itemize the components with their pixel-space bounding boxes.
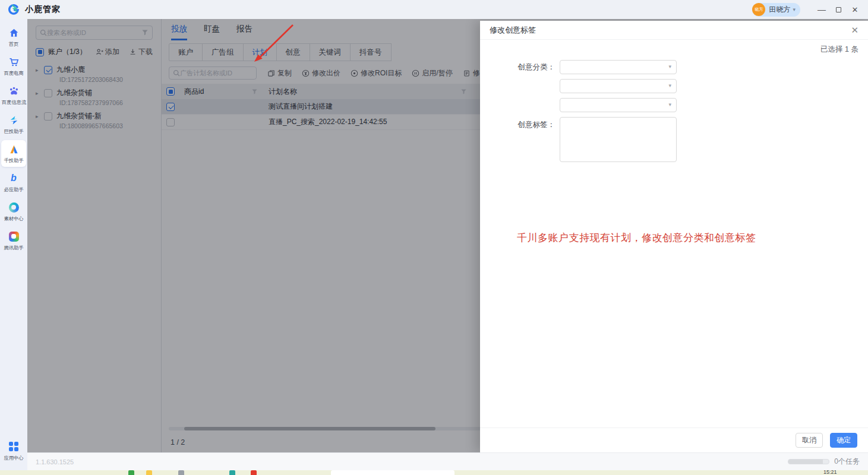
titlebar: 小鹿管家 晓方 田晓方 ▾ — ✕ xyxy=(0,0,868,19)
user-name: 田晓方 xyxy=(769,5,790,15)
drawer-footer: 取消 确定 xyxy=(480,428,868,452)
user-menu[interactable]: 晓方 田晓方 ▾ xyxy=(752,3,800,17)
creative-tag-label: 创意标签： xyxy=(490,117,560,130)
flame-icon xyxy=(8,143,20,155)
taskbar-icon[interactable] xyxy=(128,470,134,475)
creative-category-select-3[interactable]: ▾ xyxy=(560,98,677,112)
chevron-down-icon: ▾ xyxy=(793,7,796,12)
creative-category-label: 创意分类： xyxy=(490,62,560,72)
bing-icon: b xyxy=(8,172,20,184)
close-icon[interactable]: ✕ xyxy=(851,25,858,36)
taskbar-clock: 15:21 xyxy=(823,470,837,475)
task-count-label: 0个任务 xyxy=(834,457,860,467)
material-center-icon xyxy=(8,201,20,213)
sidebar-item-app-center[interactable]: 应用中心 xyxy=(1,438,26,464)
chevron-down-icon: ▾ xyxy=(668,83,671,88)
sidebar-item-bing-assistant[interactable]: b 必应助手 xyxy=(1,169,26,196)
maximize-button[interactable] xyxy=(830,2,847,17)
task-progress-bar xyxy=(788,459,829,464)
app-grid-icon xyxy=(8,441,20,452)
app-title: 小鹿管家 xyxy=(25,4,61,15)
drawer-header: 修改创意标签 ✕ xyxy=(480,21,868,40)
chevron-down-icon: ▾ xyxy=(668,64,671,69)
sidebar-item-baidu-ecommerce[interactable]: 百度电商 xyxy=(1,53,26,80)
confirm-button[interactable]: 确定 xyxy=(830,433,857,448)
maximize-icon xyxy=(836,7,841,12)
sidebar-item-home[interactable]: 首页 xyxy=(1,24,26,50)
edit-creative-tag-drawer: 修改创意标签 ✕ 已选择 1 条 创意分类： ▾ ▾ xyxy=(480,21,868,452)
cancel-button[interactable]: 取消 xyxy=(796,433,823,448)
creative-category-select-2[interactable]: ▾ xyxy=(560,79,677,93)
close-button[interactable]: ✕ xyxy=(847,2,863,17)
bolt-icon xyxy=(8,114,20,126)
creative-tag-textarea[interactable] xyxy=(560,117,677,162)
taskbar-icon[interactable] xyxy=(229,470,235,475)
chevron-down-icon: ▾ xyxy=(668,102,671,107)
taskbar-search-box[interactable] xyxy=(331,470,454,475)
selected-count: 已选择 1 条 xyxy=(820,45,858,55)
sidebar-item-baidu-feed[interactable]: 百度信息流 xyxy=(1,82,26,109)
drawer-body: 已选择 1 条 创意分类： ▾ ▾ ▾ xyxy=(480,40,868,428)
windows-taskbar[interactable]: 15:21 xyxy=(0,470,868,475)
sidebar-item-material-center[interactable]: 素材中心 xyxy=(1,198,26,225)
left-nav-rail: 首页 百度电商 百度信息流 巨投助手 千投助手 b xyxy=(0,19,27,470)
minimize-button[interactable]: — xyxy=(813,2,830,17)
home-icon xyxy=(8,27,20,39)
avatar[interactable]: 晓方 xyxy=(752,3,765,16)
taskbar-icon[interactable] xyxy=(146,470,152,475)
paw-icon xyxy=(8,85,20,97)
sidebar-item-jutou-assistant[interactable]: 巨投助手 xyxy=(1,111,26,138)
cart-icon xyxy=(8,56,20,68)
status-bar: 1.1.630.1525 0个任务 xyxy=(27,452,868,470)
sidebar-item-tencent-assistant[interactable]: 腾讯助手 xyxy=(1,227,26,254)
version-label: 1.1.630.1525 xyxy=(36,458,74,466)
app-logo-icon xyxy=(7,3,20,16)
tencent-icon xyxy=(8,230,20,242)
creative-category-select-1[interactable]: ▾ xyxy=(560,60,677,74)
notice-text: 千川多账户支持现有计划，修改创意分类和创意标签 xyxy=(517,231,756,245)
drawer-title: 修改创意标签 xyxy=(490,25,536,36)
taskbar-icon[interactable] xyxy=(178,470,184,475)
sidebar-item-qiantou-assistant[interactable]: 千投助手 xyxy=(1,140,26,167)
app-window: 小鹿管家 晓方 田晓方 ▾ — ✕ 首页 百度电商 xyxy=(0,0,868,475)
taskbar-icon[interactable] xyxy=(251,470,257,475)
